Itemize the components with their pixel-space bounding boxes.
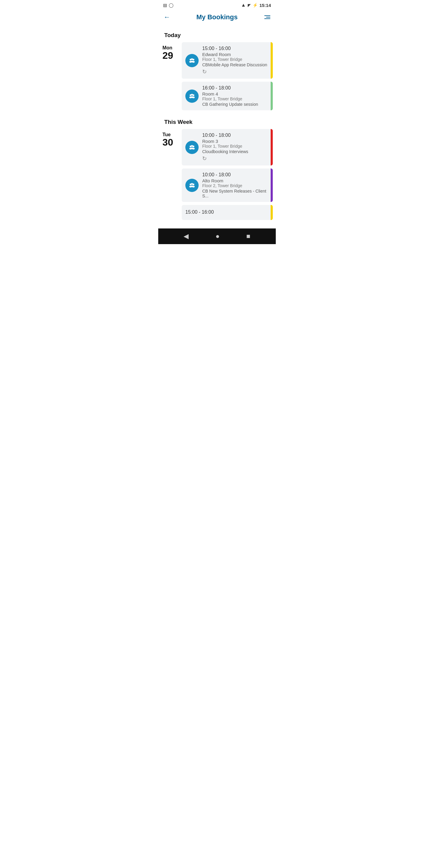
recurring-icon: ↻	[202, 68, 268, 75]
filter-icon	[264, 16, 270, 19]
card-info: 10:00 - 18:00 Room 3 Floor 1, Tower Brid…	[202, 133, 268, 162]
card-body: 15:00 - 16:00	[182, 205, 271, 220]
day-group-tue-30: Tue 30	[158, 129, 276, 220]
signal-icon: ◤	[248, 3, 251, 7]
recurring-icon: ↻	[202, 155, 268, 162]
day-group-mon-29: Mon 29	[158, 42, 276, 110]
day-number-29: 29	[162, 51, 180, 60]
booking-card[interactable]: 15:00 - 16:00 Edward Room Floor 1, Tower…	[182, 42, 273, 79]
svg-point-18	[190, 183, 191, 185]
card-body: 15:00 - 16:00 Edward Room Floor 1, Tower…	[182, 42, 271, 79]
svg-point-12	[190, 145, 191, 147]
card-accent-bar	[271, 82, 273, 110]
booking-time: 15:00 - 16:00	[202, 46, 268, 51]
room-icon	[185, 54, 198, 67]
svg-point-6	[190, 94, 191, 96]
meeting-icon	[188, 92, 196, 100]
day-number-30: 30	[162, 137, 180, 147]
booking-floor: Floor 1, Tower Bridge	[202, 57, 268, 62]
day-label-tue-30: Tue 30	[162, 129, 180, 147]
card-info: 16:00 - 18:00 Room 4 Floor 1, Tower Brid…	[202, 85, 268, 107]
booking-room: Alto Room	[202, 178, 268, 183]
booking-card[interactable]: 10:00 - 18:00 Room 3 Floor 1, Tower Brid…	[182, 129, 273, 165]
day-label-mon-29: Mon 29	[162, 42, 180, 60]
card-info: 15:00 - 16:00	[185, 210, 268, 216]
svg-point-23	[191, 185, 193, 187]
bottom-nav: ◀ ● ■	[158, 228, 276, 244]
svg-point-20	[191, 183, 193, 185]
booking-time: 10:00 - 18:00	[202, 172, 268, 178]
booking-time: 10:00 - 18:00	[202, 133, 268, 138]
nav-home-button[interactable]: ●	[216, 232, 219, 240]
card-accent-bar	[271, 168, 273, 202]
booking-title: CB Gathering Update session	[202, 102, 268, 107]
page-title: My Bookings	[175, 13, 259, 21]
booking-room: Room 4	[202, 91, 268, 96]
card-body: 10:00 - 18:00 Room 3 Floor 1, Tower Brid…	[182, 129, 271, 165]
booking-room: Room 3	[202, 138, 268, 144]
card-body: 10:00 - 18:00 Alto Room Floor 2, Tower B…	[182, 168, 271, 202]
booking-time: 15:00 - 16:00	[185, 210, 268, 215]
bookings-list-tue-30: 10:00 - 18:00 Room 3 Floor 1, Tower Brid…	[182, 129, 273, 220]
nav-recent-button[interactable]: ■	[246, 232, 250, 240]
room-icon	[185, 90, 198, 103]
nav-back-button[interactable]: ◀	[184, 232, 189, 240]
booking-time: 16:00 - 18:00	[202, 85, 268, 91]
meeting-icon	[188, 57, 196, 64]
content-area: Today Mon 29	[158, 25, 276, 228]
booking-floor: Floor 1, Tower Bridge	[202, 144, 268, 149]
wifi-icon: ▲	[241, 2, 246, 8]
booking-floor: Floor 2, Tower Bridge	[202, 183, 268, 188]
booking-floor: Floor 1, Tower Bridge	[202, 96, 268, 101]
svg-point-5	[191, 61, 193, 62]
circle-icon: ◯	[169, 3, 174, 7]
back-button[interactable]: ←	[164, 13, 175, 21]
booking-card[interactable]: 10:00 - 18:00 Alto Room Floor 2, Tower B…	[182, 168, 273, 202]
svg-point-13	[193, 145, 194, 147]
status-left-icons: ▤ ◯	[163, 3, 174, 7]
room-icon	[185, 141, 198, 154]
booking-room: Edward Room	[202, 52, 268, 57]
svg-point-14	[191, 145, 193, 147]
svg-point-17	[191, 147, 193, 149]
svg-point-2	[191, 58, 193, 60]
booking-title: Cloudbooking Interviews	[202, 149, 268, 154]
status-time: 15:14	[259, 3, 271, 8]
filter-button[interactable]	[259, 16, 270, 19]
filter-line-1	[264, 16, 270, 16]
status-bar: ▤ ◯ ▲ ◤ ⚡ 15:14	[158, 0, 276, 10]
card-accent-bar	[271, 205, 273, 220]
svg-point-8	[191, 94, 193, 96]
svg-point-11	[191, 96, 193, 98]
section-today-label: Today	[158, 27, 276, 42]
card-info: 15:00 - 16:00 Edward Room Floor 1, Tower…	[202, 46, 268, 75]
booking-card[interactable]: 15:00 - 16:00	[182, 205, 273, 220]
card-accent-bar	[271, 42, 273, 79]
booking-title: CB New System Releases - Client S...	[202, 189, 268, 198]
section-thisweek-label: This Week	[158, 114, 276, 129]
card-info: 10:00 - 18:00 Alto Room Floor 2, Tower B…	[202, 172, 268, 198]
filter-line-3	[264, 19, 270, 19]
booking-card[interactable]: 16:00 - 18:00 Room 4 Floor 1, Tower Brid…	[182, 82, 273, 110]
card-body: 16:00 - 18:00 Room 4 Floor 1, Tower Brid…	[182, 82, 271, 110]
svg-point-1	[193, 59, 194, 60]
battery-icon: ⚡	[253, 3, 258, 7]
sim-icon: ▤	[163, 3, 167, 7]
svg-point-19	[193, 183, 194, 185]
meeting-icon	[188, 181, 196, 189]
room-icon	[185, 179, 198, 192]
card-accent-bar	[271, 129, 273, 165]
booking-title: CBMobile App Release Discussion	[202, 62, 268, 67]
svg-point-7	[193, 94, 194, 96]
meeting-icon	[188, 144, 196, 151]
filter-line-2	[266, 17, 270, 18]
app-header: ← My Bookings	[158, 10, 276, 25]
bookings-list-mon-29: 15:00 - 16:00 Edward Room Floor 1, Tower…	[182, 42, 273, 110]
status-right-icons: ▲ ◤ ⚡ 15:14	[241, 2, 271, 8]
svg-point-0	[190, 59, 191, 60]
